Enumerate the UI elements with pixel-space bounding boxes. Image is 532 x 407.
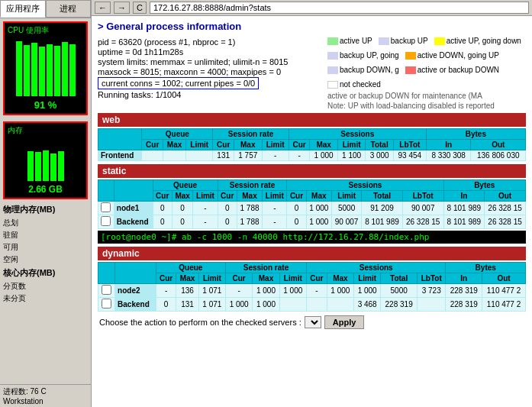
web-fe-b-out: 136 806 030 xyxy=(471,150,526,161)
back-button[interactable]: ← xyxy=(95,2,111,14)
static-n1-q-limit: - xyxy=(193,202,218,215)
dyn-n2-s-lbtot: 3 723 xyxy=(417,284,446,298)
dyn-th-sr-cur: Cur xyxy=(225,273,252,284)
legend-color-backup-down-g xyxy=(327,66,338,74)
legend-note: active or backup DOWN for maintenance (M… xyxy=(327,92,526,100)
web-th-s-limit: Limit xyxy=(337,140,366,150)
dyn-n2-s-max: 1 000 xyxy=(327,284,353,298)
dyn-node2-row: node2 - 136 1 071 - 1 000 1 000 - 1 000 … xyxy=(98,284,526,298)
cpu-bar-3 xyxy=(31,43,37,96)
page-note: Note: UP with load-balancing disabled is… xyxy=(327,102,526,110)
static-node1-checkbox[interactable] xyxy=(101,202,111,212)
static-n1-s-max: 1 000 xyxy=(306,202,331,215)
dyn-be-s-lbtot xyxy=(417,298,446,312)
static-be-s-cur: 0 xyxy=(287,215,306,229)
dyn-n2-sr-cur: - xyxy=(225,284,252,298)
action-select[interactable] xyxy=(305,316,321,328)
mem-label: 内存 xyxy=(6,124,85,137)
legend-label-not-checked: not checked xyxy=(340,80,381,89)
dyn-th-sr-max: Max xyxy=(253,273,279,284)
static-th-sr-max: Max xyxy=(237,191,262,202)
physical-mem-title: 物理内存(MB) xyxy=(0,202,91,217)
workstation-name: Workstation xyxy=(3,397,44,405)
apply-button[interactable]: Apply xyxy=(324,315,365,329)
legend-label-active-up: active UP xyxy=(340,37,372,45)
physical-mem-resident: 驻留 xyxy=(0,229,91,241)
web-fe-q-cur xyxy=(142,150,163,161)
legend-backup-up-going: backup UP, going xyxy=(327,51,399,60)
mem-section: 内存 2.66 GB xyxy=(3,121,88,199)
dyn-be-s-cur xyxy=(306,298,327,312)
static-th-sr-limit: Limit xyxy=(263,191,287,202)
cpu-bar-7 xyxy=(62,42,68,96)
web-th-sr-cur: Cur xyxy=(213,140,234,150)
running-tasks-info: Running tasks: 1/1004 xyxy=(98,90,321,99)
dyn-backend-checkbox[interactable] xyxy=(102,299,111,308)
uptime-info: uptime = 0d 1h11m28s xyxy=(98,47,321,57)
static-node1-cb[interactable] xyxy=(98,202,114,215)
static-th-s-lbtot: LbTot xyxy=(402,191,443,202)
dynamic-section-header: dynamic xyxy=(98,247,526,260)
static-n1-q-cur: 0 xyxy=(153,202,172,215)
tab-processes[interactable]: 进程 xyxy=(46,0,92,18)
static-be-s-total: 8 101 989 xyxy=(362,215,403,229)
web-th-sessions: Sessions xyxy=(289,129,426,140)
legend-active-backup-down: active or backup DOWN xyxy=(405,66,499,74)
processes-value: 76 xyxy=(31,387,39,396)
legend-label-active-down-going-up: active DOWN, going UP xyxy=(418,51,499,60)
static-backend-cb[interactable] xyxy=(98,215,114,229)
static-th-sr-cur: Cur xyxy=(218,191,237,202)
legend-color-active-up xyxy=(327,37,338,45)
static-n1-b-out: 26 328 15 xyxy=(485,202,526,215)
dyn-n2-s-total: 5000 xyxy=(381,284,418,298)
dyn-node2-checkbox[interactable] xyxy=(102,285,111,295)
dyn-th-q-cur: Cur xyxy=(156,273,176,284)
web-th-sr-limit: Limit xyxy=(262,140,289,150)
dyn-th-sessions: Sessions xyxy=(306,263,446,273)
page-title: > General process information xyxy=(98,21,526,32)
static-th-sr: Session rate xyxy=(218,180,287,191)
static-n1-s-total: 91 209 xyxy=(362,202,403,215)
cpu-bar-2 xyxy=(24,45,30,96)
dyn-backend-name: Backend xyxy=(115,298,156,312)
dyn-n2-s-limit: 1 000 xyxy=(354,284,381,298)
pid-info: pid = 63620 (process #1, nbproc = 1) xyxy=(98,37,321,47)
web-fe-b-in: 8 330 308 xyxy=(426,150,471,161)
dyn-be-b-out: 110 477 2 xyxy=(482,298,526,312)
static-be-s-max: 1 000 xyxy=(306,215,331,229)
static-backend-row: Backend 0 0 - 0 1 788 - 0 1 000 90 007 8… xyxy=(98,215,526,229)
legend-label-active-backup-down: active or backup DOWN xyxy=(418,66,499,74)
kernel-mem-title: 核心内存(MB) xyxy=(0,266,91,280)
cpu-bar-4 xyxy=(39,47,45,96)
legend-label-backup-down-g: backup DOWN, g xyxy=(340,66,399,74)
dyn-th-queue: Queue xyxy=(156,263,225,273)
reload-button[interactable]: C xyxy=(133,2,147,14)
static-n1-sr-cur: 0 xyxy=(218,202,237,215)
static-th-sessions: Sessions xyxy=(287,180,443,191)
web-fe-s-max: 1 000 xyxy=(310,150,338,161)
dyn-th-sr-limit: Limit xyxy=(279,273,306,284)
dyn-be-sr-cur: 1 000 xyxy=(225,298,252,312)
legend-color-active-down-going-up xyxy=(405,52,416,60)
dyn-n2-s-cur: - xyxy=(306,284,327,298)
tab-apps[interactable]: 应用程序 xyxy=(0,0,46,18)
physical-mem-free: 空闲 xyxy=(0,254,91,266)
static-th-b-out: Out xyxy=(485,191,526,202)
dyn-be-s-limit: 3 468 xyxy=(354,298,381,312)
static-table: Queue Session rate Sessions Bytes Cur Ma… xyxy=(98,179,526,229)
url-bar[interactable] xyxy=(150,2,529,14)
static-backend-checkbox[interactable] xyxy=(101,216,111,226)
cpu-bar-5 xyxy=(47,44,53,96)
cpu-section: CPU 使用率 91 % xyxy=(3,21,88,115)
sidebar: 应用程序 进程 CPU 使用率 91 % 内存 2.66 GB 物理内存(MB) xyxy=(0,0,92,407)
static-be-sr-limit: - xyxy=(263,215,287,229)
web-frontend-row: Frontend 131 1 757 - - 1 000 1 100 3 000… xyxy=(98,150,526,161)
dyn-backend-cb[interactable] xyxy=(98,298,115,312)
dyn-node2-cb[interactable] xyxy=(98,284,115,298)
forward-button[interactable]: → xyxy=(114,2,130,14)
web-fe-s-lbtot: 93 454 xyxy=(393,150,426,161)
legend-backup-up: backup UP xyxy=(379,37,428,45)
static-be-sr-max: 1 788 xyxy=(237,215,262,229)
mem-bar-3 xyxy=(43,150,49,181)
static-be-sr-cur: 0 xyxy=(218,215,237,229)
